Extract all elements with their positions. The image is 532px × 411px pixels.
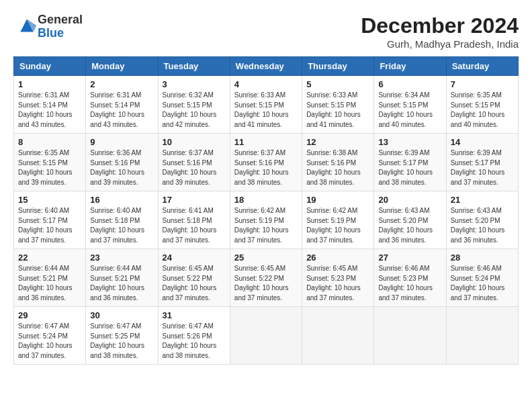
day-info: Sunrise: 6:47 AM Sunset: 5:24 PM Dayligh… [18,322,81,361]
day-info: Sunrise: 6:33 AM Sunset: 5:15 PM Dayligh… [234,91,298,130]
day-info: Sunrise: 6:33 AM Sunset: 5:15 PM Dayligh… [306,91,369,130]
table-row [446,307,518,365]
day-number: 6 [378,79,441,89]
day-info: Sunrise: 6:40 AM Sunset: 5:18 PM Dayligh… [90,206,153,245]
logo: General Blue [13,13,83,40]
calendar-week-row: 22 Sunrise: 6:44 AM Sunset: 5:21 PM Dayl… [14,249,519,307]
day-info: Sunrise: 6:32 AM Sunset: 5:15 PM Dayligh… [163,91,226,130]
col-saturday: Saturday [446,57,518,76]
table-row: 29 Sunrise: 6:47 AM Sunset: 5:24 PM Dayl… [14,307,86,365]
day-info: Sunrise: 6:42 AM Sunset: 5:19 PM Dayligh… [306,206,369,245]
day-number: 4 [234,79,298,89]
day-info: Sunrise: 6:39 AM Sunset: 5:17 PM Dayligh… [451,148,514,187]
table-row: 7 Sunrise: 6:35 AM Sunset: 5:15 PM Dayli… [446,76,518,134]
day-number: 2 [90,79,153,89]
day-number: 10 [163,137,226,147]
table-row [230,307,302,365]
day-number: 13 [378,137,441,147]
logo-text: General Blue [38,13,83,40]
table-row: 25 Sunrise: 6:45 AM Sunset: 5:22 PM Dayl… [230,249,302,307]
table-row: 5 Sunrise: 6:33 AM Sunset: 5:15 PM Dayli… [302,76,374,134]
table-row [302,307,374,365]
calendar-table: Sunday Monday Tuesday Wednesday Thursday… [13,56,519,365]
day-number: 17 [163,195,226,205]
day-info: Sunrise: 6:38 AM Sunset: 5:16 PM Dayligh… [306,148,369,187]
table-row: 22 Sunrise: 6:44 AM Sunset: 5:21 PM Dayl… [14,249,86,307]
table-row: 21 Sunrise: 6:43 AM Sunset: 5:20 PM Dayl… [446,191,518,249]
day-number: 7 [451,79,514,89]
location: Gurh, Madhya Pradesh, India [361,38,519,50]
day-number: 27 [378,253,441,263]
day-number: 11 [234,137,298,147]
table-row: 8 Sunrise: 6:35 AM Sunset: 5:15 PM Dayli… [14,134,86,191]
day-number: 20 [378,195,441,205]
day-info: Sunrise: 6:44 AM Sunset: 5:21 PM Dayligh… [18,264,81,303]
title-area: December 2024 Gurh, Madhya Pradesh, Indi… [361,13,519,50]
table-row: 15 Sunrise: 6:40 AM Sunset: 5:17 PM Dayl… [14,191,86,249]
day-number: 23 [90,253,153,263]
table-row: 14 Sunrise: 6:39 AM Sunset: 5:17 PM Dayl… [446,134,518,191]
col-friday: Friday [374,57,446,76]
day-number: 30 [90,310,153,320]
day-info: Sunrise: 6:45 AM Sunset: 5:22 PM Dayligh… [234,264,298,303]
day-info: Sunrise: 6:47 AM Sunset: 5:25 PM Dayligh… [90,322,153,361]
table-row: 9 Sunrise: 6:36 AM Sunset: 5:16 PM Dayli… [86,134,158,191]
day-number: 3 [163,79,226,89]
month-title: December 2024 [361,13,519,38]
table-row: 23 Sunrise: 6:44 AM Sunset: 5:21 PM Dayl… [86,249,158,307]
day-info: Sunrise: 6:45 AM Sunset: 5:23 PM Dayligh… [306,264,369,303]
col-tuesday: Tuesday [158,57,230,76]
day-info: Sunrise: 6:46 AM Sunset: 5:23 PM Dayligh… [378,264,441,303]
day-info: Sunrise: 6:42 AM Sunset: 5:19 PM Dayligh… [234,206,298,245]
day-number: 19 [306,195,369,205]
day-number: 5 [306,79,369,89]
day-number: 9 [90,137,153,147]
day-number: 14 [451,137,514,147]
table-row: 3 Sunrise: 6:32 AM Sunset: 5:15 PM Dayli… [158,76,230,134]
table-row: 2 Sunrise: 6:31 AM Sunset: 5:14 PM Dayli… [86,76,158,134]
day-number: 8 [18,137,81,147]
table-row: 4 Sunrise: 6:33 AM Sunset: 5:15 PM Dayli… [230,76,302,134]
calendar-week-row: 1 Sunrise: 6:31 AM Sunset: 5:14 PM Dayli… [14,76,519,134]
header: General Blue December 2024 Gurh, Madhya … [13,13,519,50]
calendar-header-row: Sunday Monday Tuesday Wednesday Thursday… [14,57,519,76]
calendar-week-row: 8 Sunrise: 6:35 AM Sunset: 5:15 PM Dayli… [14,134,519,191]
day-number: 21 [451,195,514,205]
day-number: 25 [234,253,298,263]
table-row: 24 Sunrise: 6:45 AM Sunset: 5:22 PM Dayl… [158,249,230,307]
table-row: 6 Sunrise: 6:34 AM Sunset: 5:15 PM Dayli… [374,76,446,134]
day-info: Sunrise: 6:41 AM Sunset: 5:18 PM Dayligh… [163,206,226,245]
table-row: 10 Sunrise: 6:37 AM Sunset: 5:16 PM Dayl… [158,134,230,191]
day-info: Sunrise: 6:37 AM Sunset: 5:16 PM Dayligh… [163,148,226,187]
day-info: Sunrise: 6:35 AM Sunset: 5:15 PM Dayligh… [451,91,514,130]
day-info: Sunrise: 6:31 AM Sunset: 5:14 PM Dayligh… [90,91,153,130]
day-info: Sunrise: 6:37 AM Sunset: 5:16 PM Dayligh… [234,148,298,187]
day-info: Sunrise: 6:43 AM Sunset: 5:20 PM Dayligh… [378,206,441,245]
col-monday: Monday [86,57,158,76]
day-number: 22 [18,253,81,263]
table-row: 20 Sunrise: 6:43 AM Sunset: 5:20 PM Dayl… [374,191,446,249]
day-number: 29 [18,310,81,320]
day-number: 1 [18,79,81,89]
table-row: 26 Sunrise: 6:45 AM Sunset: 5:23 PM Dayl… [302,249,374,307]
table-row: 31 Sunrise: 6:47 AM Sunset: 5:26 PM Dayl… [158,307,230,365]
table-row: 18 Sunrise: 6:42 AM Sunset: 5:19 PM Dayl… [230,191,302,249]
col-sunday: Sunday [14,57,86,76]
logo-icon [16,15,38,36]
day-info: Sunrise: 6:40 AM Sunset: 5:17 PM Dayligh… [18,206,81,245]
table-row: 11 Sunrise: 6:37 AM Sunset: 5:16 PM Dayl… [230,134,302,191]
day-info: Sunrise: 6:34 AM Sunset: 5:15 PM Dayligh… [378,91,441,130]
table-row: 28 Sunrise: 6:46 AM Sunset: 5:24 PM Dayl… [446,249,518,307]
table-row: 27 Sunrise: 6:46 AM Sunset: 5:23 PM Dayl… [374,249,446,307]
day-number: 28 [451,253,514,263]
day-info: Sunrise: 6:43 AM Sunset: 5:20 PM Dayligh… [451,206,514,245]
table-row: 30 Sunrise: 6:47 AM Sunset: 5:25 PM Dayl… [86,307,158,365]
table-row: 19 Sunrise: 6:42 AM Sunset: 5:19 PM Dayl… [302,191,374,249]
day-info: Sunrise: 6:45 AM Sunset: 5:22 PM Dayligh… [163,264,226,303]
day-number: 16 [90,195,153,205]
day-info: Sunrise: 6:47 AM Sunset: 5:26 PM Dayligh… [163,322,226,361]
day-info: Sunrise: 6:39 AM Sunset: 5:17 PM Dayligh… [378,148,441,187]
calendar-week-row: 29 Sunrise: 6:47 AM Sunset: 5:24 PM Dayl… [14,307,519,365]
table-row: 13 Sunrise: 6:39 AM Sunset: 5:17 PM Dayl… [374,134,446,191]
day-number: 26 [306,253,369,263]
